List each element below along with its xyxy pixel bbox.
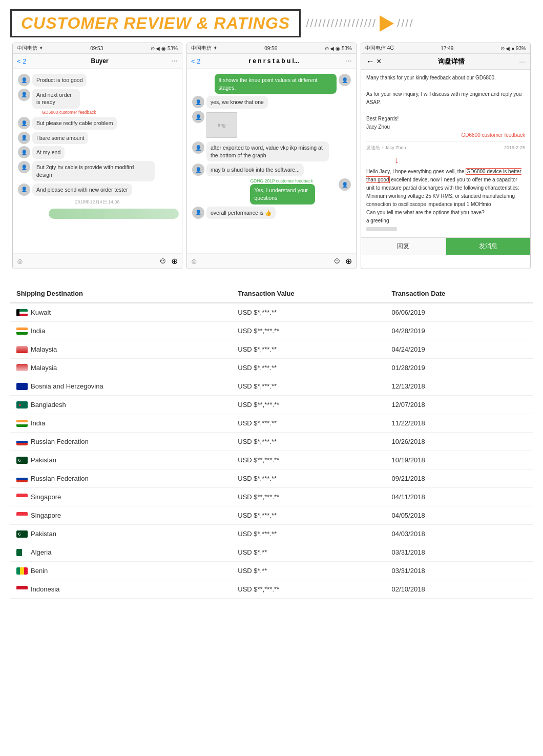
audio-icon-2[interactable]: ⊚	[191, 257, 197, 265]
battery-3: ⊙ ◀ ● 93%	[500, 46, 526, 51]
col-value: Transaction Value	[232, 284, 385, 303]
date-cell: 04/28/2019	[386, 322, 533, 340]
battery-2: ⊙ ◀ ◉ 53%	[325, 46, 352, 51]
country-name: Bangladesh	[31, 401, 66, 408]
flag-icon	[16, 383, 28, 390]
destination-cell: Singapore	[10, 506, 232, 525]
value-cell: USD $**,***.**	[232, 488, 385, 506]
more-options-1[interactable]: ···	[171, 56, 178, 66]
time-2: 09:56	[264, 46, 277, 51]
time-1: 09:53	[90, 46, 103, 51]
flag-icon	[16, 328, 28, 335]
bottom-right-icons-2: ☺ ⊕	[333, 256, 352, 266]
chat-bubble: overall performance is 👍	[206, 207, 276, 219]
table-row: Malaysia USD $*,***.** 04/24/2019	[10, 340, 533, 359]
close-button[interactable]: ←	[366, 57, 374, 66]
header-decoration: ///////////////// ////	[306, 15, 533, 32]
audio-icon[interactable]: ⊚	[17, 257, 23, 265]
chat-phone-3: 中国电信 4G 17:49 ⊙ ◀ ● 93% ← × 询盘详情 ··· Man…	[361, 43, 531, 269]
chat-message-row: 👤 At my end	[16, 146, 179, 159]
feedback-label: GD6800 customer feedback	[32, 110, 96, 115]
header-lines-icon2: ////	[397, 17, 413, 30]
chat-body-2: 👤 It shows the knee point values at diff…	[187, 69, 356, 253]
chat-message-row: 👤 It shows the knee point values at diff…	[190, 74, 353, 94]
inquiry-msg-body5: a greeting	[366, 217, 525, 225]
avatar: 👤	[339, 74, 351, 86]
chat-bubble: after exported to word, value vkp ikp mi…	[206, 141, 329, 161]
add-icon-2[interactable]: ⊕	[345, 256, 352, 266]
value-cell: USD $*,***.**	[232, 340, 385, 359]
close-x-button[interactable]: ×	[377, 57, 381, 66]
reply-button[interactable]: 回复	[361, 238, 446, 255]
country-name: Malaysia	[31, 364, 57, 372]
inquiry-text-4: Jacy Zhou	[366, 123, 525, 131]
value-cell: USD $*,***.**	[232, 414, 385, 433]
table-body: Kuwait USD $*,***.** 06/06/2019 India US…	[10, 303, 533, 599]
date-cell: 10/19/2018	[386, 451, 533, 469]
chat-message-row: 👤 img	[190, 111, 353, 139]
avatar: 👤	[18, 146, 30, 158]
flag-icon	[16, 530, 28, 538]
value-cell: USD $*.**	[232, 562, 385, 580]
date-cell: 02/10/2018	[386, 580, 533, 599]
date-cell: 12/07/2018	[386, 396, 533, 414]
destination-cell: Malaysia	[10, 359, 232, 377]
more-options-2[interactable]: ···	[345, 56, 352, 66]
chat-message-row: 👤 overall performance is 👍	[190, 207, 353, 219]
destination-cell: Algeria	[10, 543, 232, 562]
avatar: 👤	[192, 141, 204, 154]
bottom-right-icons: ☺ ⊕	[159, 256, 178, 266]
back-button-1[interactable]: < 2	[17, 57, 26, 65]
country-name: India	[31, 419, 45, 427]
country-name: Russian Federation	[31, 475, 89, 482]
destination-cell: Pakistan	[10, 525, 232, 543]
carrier-2: 中国电信 ✦	[191, 45, 217, 52]
status-bar-3: 中国电信 4G 17:49 ⊙ ◀ ● 93%	[361, 43, 530, 54]
chat-bubble: But 2qty hv cable is provide with modifi…	[32, 161, 155, 181]
destination-cell: Pakistan	[10, 451, 232, 469]
chat-message-row: 👤 GDHG-201P customer feedback Yes, I und…	[190, 178, 353, 204]
value-cell: USD $**,***.**	[232, 322, 385, 340]
value-cell: USD $**,***.**	[232, 396, 385, 414]
country-name: Pakistan	[31, 530, 56, 538]
back-button-2[interactable]: < 2	[191, 57, 200, 65]
feedback-label-green: GDHG-201P customer feedback	[250, 178, 337, 183]
chat-phone-2: 中国电信 ✦ 09:56 ⊙ ◀ ◉ 53% < 2 r e n r s t a…	[186, 43, 357, 269]
table-row: Bangladesh USD $**,***.** 12/07/2018	[10, 396, 533, 414]
avatar: 👤	[18, 117, 30, 129]
avatar: 👤	[192, 164, 204, 176]
value-cell: USD $*.**	[232, 543, 385, 562]
flag-icon	[16, 346, 28, 353]
bottom-bar-2: ⊚ ☺ ⊕	[187, 253, 356, 269]
table-row: Indonesia USD $**,***.** 02/10/2018	[10, 580, 533, 599]
date-cell: 09/21/2018	[386, 469, 533, 488]
destination-cell: Russian Federation	[10, 469, 232, 488]
flag-icon	[16, 512, 28, 519]
chat-phone-1: 中国电信 ✦ 09:53 ⊙ ◀ ◉ 53% < 2 Buyer ··· 👤 P…	[12, 43, 182, 269]
emoji-icon[interactable]: ☺	[159, 256, 167, 266]
value-cell: USD $*,***.**	[232, 525, 385, 543]
chat-message-row: 👤 may b u shud look into the software...	[190, 164, 353, 176]
destination-cell: Kuwait	[10, 303, 232, 322]
date-cell: 11/22/2018	[386, 414, 533, 433]
chat-bubble: Product is too good	[32, 74, 87, 87]
value-cell: USD $*,***.**	[232, 359, 385, 377]
page-title: CUSTOMER REVIEW & RATINGS	[10, 9, 301, 37]
flag-icon	[16, 401, 28, 408]
country-name: Malaysia	[31, 345, 57, 353]
chat-message-row: 👤 I bare some amount	[16, 132, 179, 145]
more-options-3[interactable]: ···	[519, 57, 525, 66]
table-row: Pakistan USD $**,***.** 10/19/2018	[10, 451, 533, 469]
add-icon[interactable]: ⊕	[171, 256, 178, 266]
flag-icon	[16, 586, 28, 593]
emoji-icon-2[interactable]: ☺	[333, 256, 341, 266]
country-name: India	[31, 327, 45, 335]
inquiry-msg-body: Hello Jacy, I hope everything goes well,…	[366, 168, 525, 192]
table-row: Algeria USD $*.** 03/31/2018	[10, 543, 533, 562]
bottom-bar-1: ⊚ ☺ ⊕	[13, 253, 182, 269]
date-cell: 01/28/2019	[386, 359, 533, 377]
destination-cell: Singapore	[10, 488, 232, 506]
send-button[interactable]: 发消息	[446, 238, 531, 255]
inquiry-title: 询盘详情	[383, 57, 519, 66]
time-3: 17:49	[441, 46, 453, 51]
